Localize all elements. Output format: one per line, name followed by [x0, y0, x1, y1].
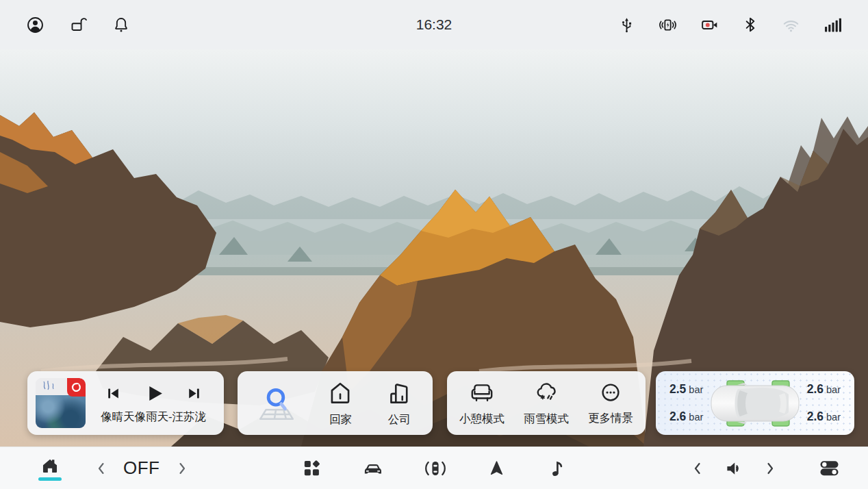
- dock: OFF: [0, 447, 868, 489]
- climate-chevron-left-icon[interactable]: [93, 460, 110, 477]
- tire-front-left-value: 2.5bar: [669, 382, 703, 397]
- go-home-button[interactable]: 回家: [326, 379, 355, 427]
- climate-control: OFF: [93, 457, 190, 479]
- go-home-icon: [326, 379, 355, 408]
- wallpaper-desert-canyon: 像晴天像雨天-汪苏泷 回家 公司: [0, 49, 868, 447]
- home-active-indicator: [38, 477, 62, 481]
- navigation-arrow-icon[interactable]: [487, 458, 507, 478]
- company-label: 公司: [388, 412, 411, 427]
- profile-icon[interactable]: [26, 16, 44, 34]
- car-top-view: [708, 378, 802, 429]
- netease-music-badge: [67, 378, 86, 397]
- music-note-icon[interactable]: [547, 459, 566, 478]
- status-bar: 16:32: [0, 0, 868, 49]
- apps-grid-icon[interactable]: [302, 458, 322, 478]
- dock-center: [302, 458, 566, 479]
- company-button[interactable]: 公司: [385, 379, 413, 427]
- status-bar-left: [26, 16, 130, 34]
- volume-icon[interactable]: [724, 458, 744, 479]
- previous-track-icon[interactable]: [105, 385, 122, 402]
- song-title[interactable]: 像晴天像雨天-汪苏泷: [101, 410, 206, 425]
- volume-chevron-right-icon[interactable]: [762, 460, 778, 477]
- tire-rear-right-value: 2.6bar: [807, 410, 841, 424]
- climate-status-value[interactable]: OFF: [123, 457, 160, 479]
- play-icon[interactable]: [142, 382, 165, 405]
- quick-settings-icon[interactable]: [818, 458, 841, 478]
- wireless-charging-icon: [659, 16, 677, 34]
- rain-snow-mode-label: 雨雪模式: [524, 412, 569, 427]
- nap-mode-label: 小憩模式: [459, 412, 505, 427]
- scene-modes-card: 小憩模式 雨雪模式 更多情景: [447, 371, 646, 435]
- album-art-image: [36, 395, 86, 428]
- notification-bell-icon[interactable]: [112, 16, 130, 34]
- tire-pressure-card[interactable]: 2.5bar 2.6bar: [656, 371, 854, 435]
- bluetooth-icon: [742, 16, 758, 33]
- infotainment-screen: 16:32: [0, 0, 868, 489]
- status-bar-right: [618, 16, 842, 34]
- more-scenes-button[interactable]: 更多情景: [588, 380, 633, 426]
- nap-mode-button[interactable]: 小憩模式: [459, 379, 505, 427]
- dock-right: [689, 458, 841, 479]
- navigation-card: 回家 公司: [238, 371, 433, 435]
- more-scenes-label: 更多情景: [588, 411, 633, 426]
- usb-icon: [618, 16, 635, 34]
- tire-values-right: 2.6bar 2.6bar: [807, 379, 841, 427]
- media-controls: [105, 382, 203, 405]
- clock: 16:32: [416, 16, 452, 33]
- go-home-label: 回家: [329, 412, 352, 427]
- rain-snow-icon: [533, 379, 560, 407]
- rain-snow-mode-button[interactable]: 雨雪模式: [524, 379, 569, 427]
- signal-bars-icon: [824, 16, 842, 34]
- unlock-icon[interactable]: [69, 16, 88, 34]
- nap-mode-icon: [468, 379, 496, 407]
- company-icon: [385, 379, 413, 408]
- parking-sensor-icon[interactable]: [424, 458, 446, 479]
- tire-front-right-value: 2.6bar: [807, 382, 841, 397]
- media-card: 像晴天像雨天-汪苏泷: [27, 371, 224, 435]
- tire-values-left: 2.5bar 2.6bar: [669, 379, 703, 427]
- tire-rear-left-value: 2.6bar: [669, 410, 703, 424]
- media-controls-area: 像晴天像雨天-汪苏泷: [91, 381, 216, 425]
- climate-chevron-right-icon[interactable]: [174, 460, 190, 477]
- volume-chevron-left-icon[interactable]: [689, 460, 706, 477]
- vehicle-icon[interactable]: [362, 458, 384, 479]
- album-art[interactable]: [36, 378, 86, 428]
- map-search-button[interactable]: [257, 384, 296, 423]
- more-scenes-icon: [598, 380, 624, 406]
- home-dock-button[interactable]: [38, 456, 62, 481]
- wifi-icon: [782, 16, 800, 34]
- screen-record-icon: [700, 16, 719, 34]
- next-track-icon[interactable]: [186, 385, 203, 402]
